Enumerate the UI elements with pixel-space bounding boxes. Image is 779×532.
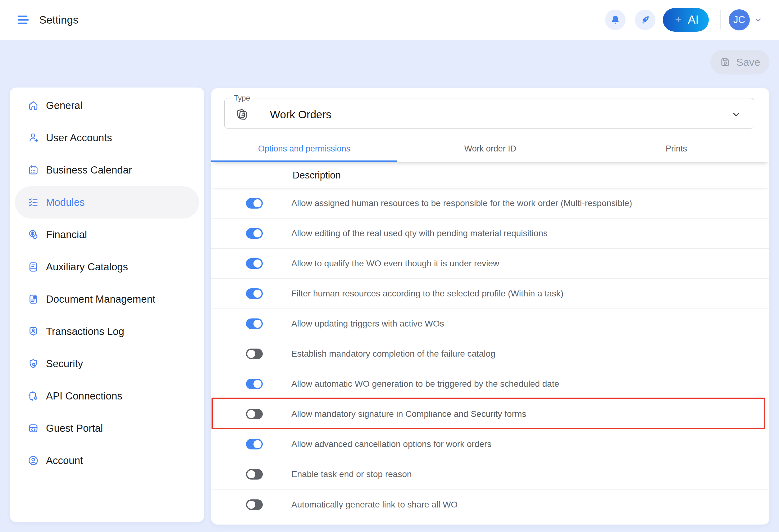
row-toggle-off[interactable] <box>246 348 263 359</box>
table-row: Allow assigned human resources to be res… <box>211 188 769 218</box>
sidebar-item-label: Business Calendar <box>46 164 132 176</box>
toggle-knob <box>253 320 261 328</box>
sidebar-item-user-accounts[interactable]: User Accounts <box>15 122 199 154</box>
sidebar-item-financial[interactable]: Financial <box>15 218 199 251</box>
row-toggle-on[interactable] <box>246 258 263 269</box>
settings-page: { "topbar": { "title": "Settings", "ai_b… <box>0 0 779 532</box>
settings-sidebar: GeneralUser AccountsBusiness CalendarMod… <box>10 87 204 522</box>
row-toggle-off[interactable] <box>246 409 263 419</box>
table-row: Establish mandatory completion of the fa… <box>211 339 769 369</box>
sparkle-icon <box>673 15 684 25</box>
sidebar-item-label: Guest Portal <box>46 422 103 434</box>
sidebar-item-general[interactable]: General <box>15 89 199 122</box>
toggle-knob <box>253 229 261 238</box>
menu-icon[interactable] <box>15 12 31 27</box>
row-toggle-on[interactable] <box>246 439 263 450</box>
toggle-knob <box>247 350 255 358</box>
table-row: Allow to qualify the WO even though it i… <box>211 249 769 279</box>
row-toggle-on[interactable] <box>246 379 263 389</box>
permissions-list: Allow assigned human resources to be res… <box>211 188 769 520</box>
toggle-knob <box>253 289 261 298</box>
table-row: Allow advanced cancellation options for … <box>211 429 769 459</box>
save-icon <box>719 56 731 68</box>
sidebar-item-account[interactable]: Account <box>15 445 199 477</box>
tab-prints[interactable]: Prints <box>583 135 769 162</box>
guest-portal-icon <box>27 422 39 434</box>
row-description: Allow assigned human resources to be res… <box>291 198 632 208</box>
sidebar-item-transactions-log[interactable]: Transactions Log <box>15 315 199 348</box>
sidebar-item-label: Transactions Log <box>46 326 124 337</box>
top-bar-actions: AI JC <box>605 8 779 32</box>
type-select-value: Work Orders <box>270 108 332 121</box>
document-icon <box>27 293 39 305</box>
tabs: Options and permissions Work order ID Pr… <box>211 135 769 162</box>
table-row: Enable task end or stop reason <box>211 459 769 489</box>
save-button[interactable]: Save <box>710 50 769 74</box>
transactions-icon <box>27 326 39 337</box>
sidebar-item-label: General <box>46 99 82 112</box>
table-row: Automatically generate link to share all… <box>211 489 769 520</box>
row-toggle-on[interactable] <box>246 319 263 329</box>
home-icon <box>27 99 39 112</box>
sidebar-item-security[interactable]: Security <box>15 348 199 380</box>
sidebar-item-label: User Accounts <box>46 132 112 144</box>
sidebar-item-label: Account <box>46 455 83 467</box>
security-icon <box>27 358 39 370</box>
catalog-icon <box>27 261 39 273</box>
user-add-icon <box>27 132 39 144</box>
bell-icon <box>610 14 621 25</box>
sidebar-item-api-connections[interactable]: API Connections <box>15 380 199 412</box>
sidebar-item-label: API Connections <box>46 390 122 402</box>
row-toggle-on[interactable] <box>246 288 263 299</box>
toggle-knob <box>253 380 261 388</box>
toggle-knob <box>247 470 255 478</box>
sidebar-item-modules[interactable]: Modules <box>15 186 199 218</box>
api-icon <box>27 390 39 402</box>
table-row: Allow mandatory signature in Compliance … <box>211 399 769 429</box>
whats-new-button[interactable] <box>635 10 655 30</box>
ai-assistant-button[interactable]: AI <box>663 8 709 32</box>
toggle-knob <box>247 410 255 418</box>
row-description: Allow editing of the real used qty with … <box>291 228 548 239</box>
toggle-knob <box>253 260 261 268</box>
top-bar-divider <box>720 10 721 29</box>
tab-label: Prints <box>666 144 687 154</box>
chevron-down-icon <box>731 109 741 120</box>
type-select-field: Type Work Orders <box>224 94 754 129</box>
sidebar-item-business-calendar[interactable]: Business Calendar <box>15 154 199 186</box>
row-description: Allow mandatory signature in Compliance … <box>291 409 526 419</box>
calendar-icon <box>27 164 39 176</box>
chevron-down-icon[interactable] <box>754 15 763 24</box>
tab-work-order-id[interactable]: Work order ID <box>397 135 583 162</box>
table-header-description: Description <box>211 162 769 188</box>
row-description: Allow automatic WO generation to be trig… <box>291 379 559 389</box>
page-title: Settings <box>39 14 78 26</box>
work-orders-icon <box>235 107 249 122</box>
row-toggle-off[interactable] <box>246 469 263 479</box>
sidebar-item-auxiliary-catalogs[interactable]: Auxiliary Catalogs <box>15 251 199 283</box>
sidebar-item-document-management[interactable]: Document Management <box>15 283 199 315</box>
sidebar-nav: GeneralUser AccountsBusiness CalendarMod… <box>10 89 204 477</box>
sidebar-item-guest-portal[interactable]: Guest Portal <box>15 412 199 445</box>
notifications-button[interactable] <box>605 10 625 30</box>
financial-icon <box>27 229 39 241</box>
row-toggle-off[interactable] <box>246 500 263 510</box>
row-toggle-on[interactable] <box>246 198 263 209</box>
type-select[interactable]: Work Orders <box>225 101 754 128</box>
row-description: Allow to qualify the WO even though it i… <box>291 259 499 268</box>
sidebar-item-label: Modules <box>46 196 85 208</box>
table-row: Allow updating triggers with active WOs <box>211 309 769 339</box>
sidebar-item-label: Auxiliary Catalogs <box>46 261 128 273</box>
row-toggle-on[interactable] <box>246 228 263 239</box>
tab-options-and-permissions[interactable]: Options and permissions <box>211 135 397 162</box>
sidebar-item-label: Financial <box>46 229 87 241</box>
ai-button-label: AI <box>688 13 699 26</box>
tab-label: Options and permissions <box>258 144 350 154</box>
row-description: Filter human resources according to the … <box>291 289 563 298</box>
avatar[interactable]: JC <box>729 9 750 30</box>
table-row: Allow automatic WO generation to be trig… <box>211 369 769 399</box>
modules-panel: Type Work Orders Options and permissions… <box>211 88 769 525</box>
save-button-label: Save <box>736 56 760 68</box>
row-description: Allow updating triggers with active WOs <box>291 319 444 329</box>
sidebar-item-label: Document Management <box>46 293 155 305</box>
